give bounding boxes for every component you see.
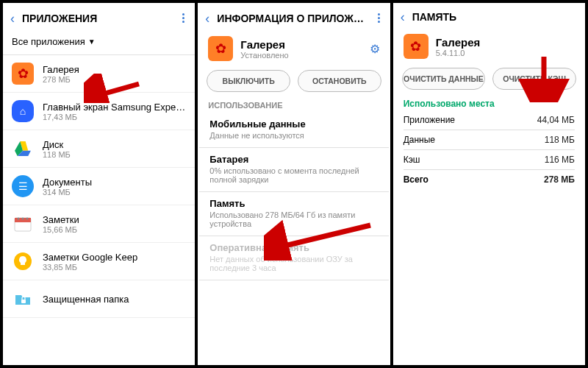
notes-icon (12, 213, 34, 235)
svg-rect-10 (21, 300, 26, 303)
app-version: 5.4.11.0 (436, 49, 575, 57)
app-size: 17,43 МБ (43, 113, 186, 121)
filter-dropdown[interactable]: Все приложения ▼ (3, 32, 195, 54)
topbar: ‹ ИНФОРМАЦИЯ О ПРИЛОЖЕНИИ (198, 3, 390, 32)
app-size: 118 МБ (43, 150, 186, 159)
keep-icon (12, 250, 34, 272)
panel-storage: ‹ ПАМЯТЬ ✿ Галерея 5.4.11.0 ОЧИСТИТЬ ДАН… (393, 3, 585, 365)
topbar: ‹ ПРИЛОЖЕНИЯ (3, 3, 195, 32)
svg-point-7 (22, 218, 24, 220)
app-size: 278 МБ (43, 75, 186, 84)
app-header: ✿ Галерея 5.4.11.0 (393, 29, 585, 68)
overflow-menu-icon[interactable] (179, 10, 187, 26)
stop-button[interactable]: ОСТАНОВИТЬ (298, 70, 381, 92)
battery-row[interactable]: Батарея 0% использовано с момента послед… (199, 148, 388, 192)
back-icon[interactable]: ‹ (401, 10, 405, 24)
back-icon[interactable]: ‹ (10, 12, 15, 25)
chevron-down-icon: ▼ (88, 38, 96, 46)
overflow-menu-icon[interactable] (375, 10, 383, 26)
row-desc: Нет данных об использовании ОЗУ за после… (209, 255, 378, 272)
kv-key: Всего (404, 174, 429, 185)
app-status: Установлено (240, 51, 362, 60)
kv-data: Данные 118 МБ (393, 132, 585, 148)
gallery-icon: ✿ (12, 63, 34, 85)
ram-row: Оперативная память Нет данных об использ… (199, 236, 388, 280)
page-title: ПРИЛОЖЕНИЯ (22, 13, 172, 24)
row-desc: Использовано 278 МБ/64 Гб из памяти устр… (209, 210, 378, 228)
page-title: ИНФОРМАЦИЯ О ПРИЛОЖЕНИИ (217, 13, 367, 24)
storage-row[interactable]: Память Использовано 278 МБ/64 Гб из памя… (199, 192, 388, 236)
secure-folder-icon (12, 288, 34, 310)
row-title: Мобильные данные (209, 118, 378, 130)
row-title: Память (209, 198, 378, 209)
app-name: Галерея (436, 36, 575, 49)
divider (404, 130, 575, 130)
back-icon[interactable]: ‹ (205, 12, 209, 25)
kv-key: Данные (404, 135, 435, 145)
app-size: 33,85 МБ (43, 263, 186, 272)
row-title: Батарея (209, 154, 378, 165)
kv-val: 118 МБ (545, 135, 575, 145)
app-name: Документы (43, 177, 186, 188)
app-row-secure-folder[interactable]: Защищенная папка (3, 280, 195, 318)
kv-key: Кэш (404, 155, 420, 165)
row-desc: Данные не используются (209, 131, 378, 140)
app-row-notes[interactable]: Заметки 15,66 МБ (3, 205, 195, 243)
app-header: ✿ Галерея Установлено ⚙ (198, 32, 390, 70)
kv-app: Приложение 44,04 МБ (393, 112, 585, 128)
app-size: 15,66 МБ (43, 225, 186, 234)
app-row-drive[interactable]: Диск 118 МБ (3, 130, 195, 168)
panel-apps: ‹ ПРИЛОЖЕНИЯ Все приложения ▼ ✿ Галерея … (3, 3, 195, 365)
clear-cache-button[interactable]: ОЧИСТИТЬ КЭШ (492, 68, 576, 90)
app-name: Галерея (43, 64, 186, 75)
docs-icon: ☰ (12, 175, 34, 197)
app-row-docs[interactable]: ☰ Документы 314 МБ (3, 168, 195, 205)
filter-label: Все приложения (12, 36, 85, 47)
app-size: 314 МБ (43, 188, 186, 197)
divider (404, 149, 575, 150)
kv-val: 278 МБ (544, 174, 575, 185)
app-name: Диск (43, 139, 186, 150)
gear-icon[interactable]: ⚙ (370, 42, 380, 56)
svg-point-8 (26, 218, 29, 220)
button-row: ВЫКЛЮЧИТЬ ОСТАНОВИТЬ (198, 70, 390, 98)
app-row-gallery[interactable]: ✿ Галерея 278 МБ (3, 55, 195, 93)
kv-total: Всего 278 МБ (393, 171, 585, 188)
row-desc: 0% использовано с момента последней полн… (209, 166, 378, 184)
app-row-home[interactable]: ⌂ Главный экран Samsung Experie.. 17,43 … (3, 93, 195, 130)
app-name: Защищенная папка (43, 294, 186, 305)
panel-app-info: ‹ ИНФОРМАЦИЯ О ПРИЛОЖЕНИИ ✿ Галерея Уста… (198, 3, 390, 365)
page-title: ПАМЯТЬ (412, 11, 578, 23)
kv-key: Приложение (404, 115, 455, 125)
app-list: ✿ Галерея 278 МБ ⌂ Главный экран Samsung… (3, 55, 195, 365)
kv-val: 44,04 МБ (537, 115, 575, 125)
row-title: Оперативная память (209, 242, 378, 253)
section-header-used: Использовано места (393, 96, 585, 112)
home-icon: ⌂ (12, 100, 34, 122)
section-header-usage: ИСПОЛЬЗОВАНИЕ (198, 98, 390, 113)
clear-data-button[interactable]: ОЧИСТИТЬ ДАННЫЕ (402, 68, 486, 90)
drive-icon (12, 138, 34, 160)
kv-val: 116 МБ (545, 155, 575, 165)
mobile-data-row[interactable]: Мобильные данные Данные не используются (199, 113, 388, 148)
disable-button[interactable]: ВЫКЛЮЧИТЬ (207, 70, 290, 92)
app-name: Заметки Google Keep (43, 252, 186, 263)
gallery-icon: ✿ (208, 36, 233, 61)
topbar: ‹ ПАМЯТЬ (393, 3, 585, 29)
app-row-keep[interactable]: Заметки Google Keep 33,85 МБ (3, 243, 195, 280)
kv-cache: Кэш 116 МБ (393, 152, 585, 168)
app-name: Главный экран Samsung Experie.. (43, 102, 186, 113)
divider (404, 169, 575, 170)
svg-point-6 (18, 218, 20, 220)
gallery-icon: ✿ (404, 34, 429, 59)
app-name: Заметки (43, 214, 186, 225)
button-row: ОЧИСТИТЬ ДАННЫЕ ОЧИСТИТЬ КЭШ (393, 68, 585, 96)
app-name: Галерея (240, 38, 362, 51)
